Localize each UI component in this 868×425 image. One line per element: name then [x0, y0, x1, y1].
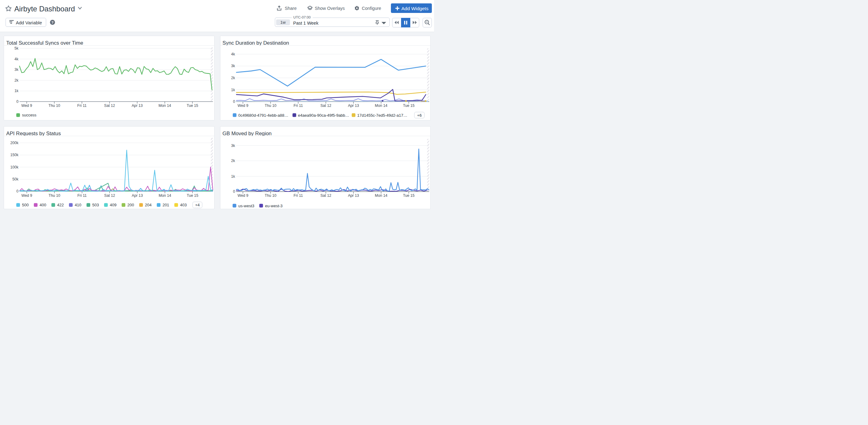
svg-text:Sat 12: Sat 12 [320, 103, 331, 108]
svg-text:Thu 10: Thu 10 [49, 103, 60, 108]
svg-text:2k: 2k [231, 159, 235, 163]
svg-text:403: 403 [180, 203, 187, 207]
svg-text:Mon 14: Mon 14 [375, 193, 387, 198]
svg-text:Apr 13: Apr 13 [348, 193, 359, 198]
svg-text:Sat 12: Sat 12 [104, 103, 115, 108]
svg-text:Fri 11: Fri 11 [77, 193, 87, 198]
svg-text:Thu 10: Thu 10 [49, 193, 60, 198]
svg-text:Apr 13: Apr 13 [132, 103, 143, 108]
svg-text:Tue 15: Tue 15 [403, 103, 414, 108]
svg-text:Tue 15: Tue 15 [403, 193, 414, 198]
svg-text:Tue 15: Tue 15 [187, 103, 198, 108]
svg-text:e4aea90a-90ca-49f5-9abb…: e4aea90a-90ca-49f5-9abb… [298, 113, 349, 117]
svg-text:Fri 11: Fri 11 [77, 103, 87, 108]
svg-text:4k: 4k [231, 52, 235, 56]
svg-text:1k: 1k [231, 174, 235, 178]
svg-text:100k: 100k [10, 165, 19, 169]
svg-text:Apr 13: Apr 13 [132, 193, 143, 198]
svg-text:eu-west-3: eu-west-3 [265, 203, 283, 208]
svg-text:2k: 2k [231, 75, 235, 80]
svg-text:+6: +6 [417, 113, 422, 117]
svg-text:2k: 2k [14, 78, 19, 82]
svg-text:410: 410 [75, 203, 82, 207]
svg-text:1k: 1k [14, 89, 19, 93]
svg-text:5k: 5k [14, 46, 19, 51]
svg-text:Wed 9: Wed 9 [237, 103, 248, 108]
svg-text:3k: 3k [231, 143, 235, 148]
svg-text:0: 0 [16, 189, 19, 193]
svg-text:503: 503 [92, 203, 99, 207]
svg-text:200k: 200k [10, 141, 19, 145]
svg-text:Tue 15: Tue 15 [187, 193, 198, 198]
svg-text:0: 0 [233, 189, 235, 194]
svg-text:17d1455c-7ed5-49d2-a17…: 17d1455c-7ed5-49d2-a17… [357, 113, 407, 117]
svg-text:+4: +4 [195, 203, 200, 207]
svg-text:204: 204 [145, 203, 152, 207]
svg-text:0: 0 [233, 99, 235, 104]
svg-text:?: ? [52, 21, 54, 24]
svg-text:200: 200 [127, 203, 134, 207]
svg-text:Fri 11: Fri 11 [293, 103, 303, 108]
svg-text:0: 0 [16, 99, 19, 103]
svg-text:409: 409 [110, 203, 117, 207]
svg-text:us-west3: us-west3 [238, 203, 254, 208]
svg-text:Sat 12: Sat 12 [104, 193, 115, 198]
svg-text:422: 422 [57, 203, 64, 207]
svg-text:50k: 50k [12, 177, 19, 181]
svg-text:Thu 10: Thu 10 [265, 103, 276, 108]
svg-text:Wed 9: Wed 9 [22, 193, 32, 198]
svg-text:Mon 14: Mon 14 [375, 103, 387, 108]
svg-text:Wed 9: Wed 9 [21, 103, 32, 108]
svg-text:4k: 4k [14, 57, 19, 61]
svg-text:3k: 3k [231, 64, 235, 68]
svg-text:400: 400 [40, 203, 46, 207]
svg-text:Wed 9: Wed 9 [237, 193, 248, 198]
svg-text:3k: 3k [14, 67, 19, 72]
svg-text:0c49680d-4791-4ebb-a88…: 0c49680d-4791-4ebb-a88… [238, 113, 288, 117]
svg-text:Fri 11: Fri 11 [293, 193, 303, 198]
svg-text:Sat 12: Sat 12 [320, 193, 331, 198]
svg-text:Mon 14: Mon 14 [158, 193, 171, 198]
svg-text:201: 201 [162, 203, 169, 207]
svg-text:Mon 14: Mon 14 [158, 103, 171, 108]
svg-text:1k: 1k [231, 88, 235, 92]
svg-text:150k: 150k [10, 153, 19, 157]
svg-text:500: 500 [22, 203, 29, 207]
svg-text:Thu 10: Thu 10 [265, 193, 276, 198]
svg-text:success: success [22, 113, 36, 117]
svg-text:Apr 13: Apr 13 [348, 103, 359, 108]
